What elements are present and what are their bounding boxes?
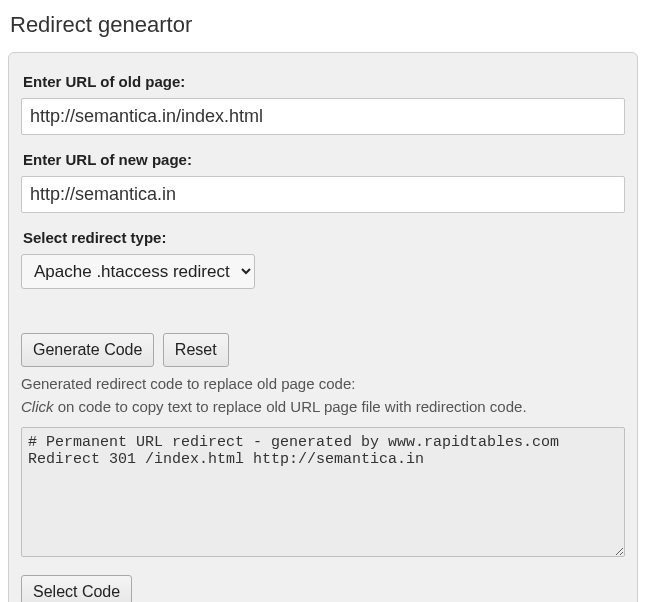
page-title: Redirect geneartor bbox=[10, 12, 638, 38]
generated-hint-2: Click on code to copy text to replace ol… bbox=[21, 398, 625, 415]
redirect-type-label: Select redirect type: bbox=[23, 229, 625, 246]
generated-hint-1: Generated redirect code to replace old p… bbox=[21, 375, 625, 392]
redirect-form-panel: Enter URL of old page: Enter URL of new … bbox=[8, 52, 638, 602]
new-url-label: Enter URL of new page: bbox=[23, 151, 625, 168]
click-emphasis: Click bbox=[21, 398, 54, 415]
hint2-rest: on code to copy text to replace old URL … bbox=[54, 398, 527, 415]
reset-button[interactable]: Reset bbox=[163, 333, 229, 367]
new-url-input[interactable] bbox=[21, 176, 625, 213]
output-code-textarea[interactable] bbox=[21, 427, 625, 557]
old-url-label: Enter URL of old page: bbox=[23, 73, 625, 90]
old-url-input[interactable] bbox=[21, 98, 625, 135]
redirect-type-select[interactable]: Apache .htaccess redirect bbox=[21, 254, 255, 289]
select-code-button[interactable]: Select Code bbox=[21, 575, 132, 602]
generate-code-button[interactable]: Generate Code bbox=[21, 333, 154, 367]
